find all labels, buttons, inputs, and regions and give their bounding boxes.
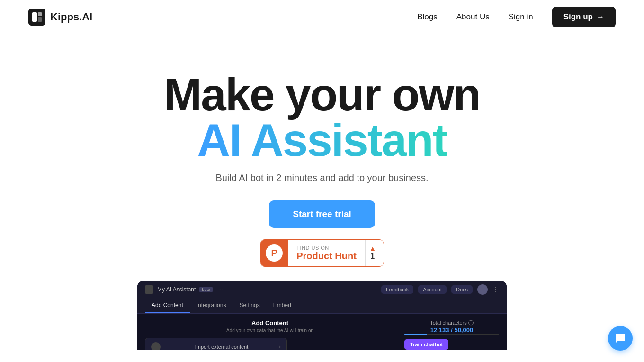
app-progress-bar bbox=[404, 334, 499, 335]
hero-subtitle: Build AI bot in 2 minutes and add to you… bbox=[215, 172, 428, 183]
product-hunt-badge[interactable]: P FIND US ON Product Hunt ▲ 1 bbox=[260, 239, 384, 267]
app-tab-embed[interactable]: Embed bbox=[267, 298, 298, 313]
app-topbar-left: My AI Assistant beta ··· bbox=[145, 285, 223, 294]
app-right-panel: Total characters ⓘ 12,133 / 50,000 Train… bbox=[404, 319, 499, 350]
app-tabs: Add Content Integrations Settings Embed bbox=[137, 298, 507, 314]
app-left-panel: Add Content Add your own data that the A… bbox=[145, 319, 395, 350]
navbar: Kipps.AI Blogs About Us Sign in Sign up … bbox=[0, 0, 644, 34]
nav-signup-button[interactable]: Sign up → bbox=[552, 7, 616, 27]
nav-links: Blogs About Us Sign in Sign up → bbox=[417, 7, 616, 27]
app-section-sub: Add your own data that the AI will train… bbox=[145, 328, 395, 333]
app-beta-badge: beta bbox=[199, 287, 213, 292]
app-topbar-right: Feedback Account Docs ⋮ bbox=[381, 284, 499, 295]
nav-blogs[interactable]: Blogs bbox=[417, 12, 438, 22]
app-screenshot: My AI Assistant beta ··· Feedback Accoun… bbox=[137, 281, 507, 350]
app-import-icon bbox=[151, 342, 161, 350]
ph-find-us-label: FIND US ON bbox=[296, 245, 329, 251]
app-progress-fill bbox=[404, 334, 427, 335]
app-section-title: Add Content bbox=[145, 319, 395, 326]
hero-section: Make your own AI Assistant Build AI bot … bbox=[0, 34, 644, 362]
ph-product-hunt-name: Product Hunt bbox=[296, 251, 357, 262]
start-trial-button[interactable]: Start free trial bbox=[269, 200, 375, 228]
app-docs-btn[interactable]: Docs bbox=[451, 285, 473, 294]
ph-upvote-icon: ▲ bbox=[369, 245, 376, 252]
app-tab-add-content[interactable]: Add Content bbox=[145, 298, 190, 313]
app-feedback-btn[interactable]: Feedback bbox=[381, 285, 413, 294]
app-small-icon bbox=[145, 285, 153, 294]
chat-bubble-button[interactable] bbox=[608, 326, 633, 351]
app-content-area: Add Content Add your own data that the A… bbox=[137, 314, 507, 350]
logo-icon bbox=[28, 9, 45, 26]
app-import-button[interactable]: Import external content › bbox=[145, 338, 287, 350]
hero-title-line2: AI Assistant bbox=[197, 118, 447, 163]
app-title: My AI Assistant bbox=[157, 286, 196, 293]
app-train-chatbot-button[interactable]: Train chatbot bbox=[404, 339, 448, 350]
chat-icon bbox=[615, 333, 626, 344]
app-account-btn[interactable]: Account bbox=[418, 285, 447, 294]
logo-text: Kipps.AI bbox=[50, 11, 92, 23]
app-menu-dots: ··· bbox=[218, 286, 223, 293]
nav-signin[interactable]: Sign in bbox=[509, 12, 533, 22]
app-avatar bbox=[477, 284, 488, 295]
ph-vote-count: 1 bbox=[370, 252, 375, 261]
app-import-text: Import external content bbox=[164, 344, 279, 350]
nav-about[interactable]: About Us bbox=[456, 12, 490, 22]
svg-rect-1 bbox=[32, 12, 37, 22]
svg-rect-2 bbox=[38, 12, 42, 16]
app-topbar: My AI Assistant beta ··· Feedback Accoun… bbox=[137, 281, 507, 298]
screenshot-container: My AI Assistant beta ··· Feedback Accoun… bbox=[137, 281, 507, 350]
ph-vote-area: ▲ 1 bbox=[365, 240, 384, 266]
app-chars-value: 12,133 / 50,000 bbox=[404, 326, 499, 334]
app-tab-settings[interactable]: Settings bbox=[233, 298, 266, 313]
ph-p-icon: P bbox=[266, 244, 283, 262]
svg-rect-3 bbox=[38, 17, 42, 22]
ph-logo-area: P bbox=[260, 239, 288, 267]
app-chars-label: Total characters ⓘ bbox=[404, 319, 499, 326]
hero-title-line1: Make your own bbox=[164, 72, 480, 118]
ph-text-area: FIND US ON Product Hunt bbox=[288, 245, 365, 262]
arrow-icon: → bbox=[597, 13, 604, 21]
logo[interactable]: Kipps.AI bbox=[28, 9, 92, 26]
app-more-icon: ⋮ bbox=[492, 286, 499, 293]
app-import-arrow-icon: › bbox=[279, 344, 281, 350]
app-tab-integrations[interactable]: Integrations bbox=[190, 298, 233, 313]
